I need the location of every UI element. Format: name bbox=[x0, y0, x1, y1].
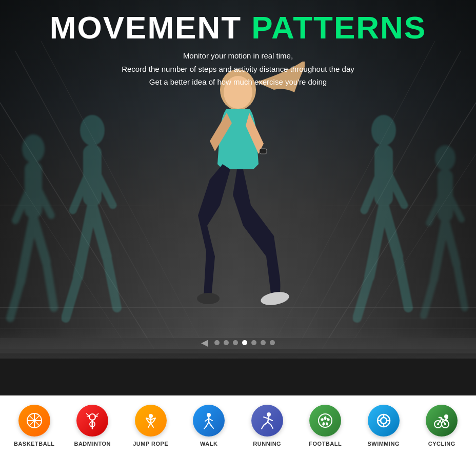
svg-line-47 bbox=[457, 264, 465, 308]
svg-line-70 bbox=[204, 426, 206, 429]
svg-point-34 bbox=[371, 115, 396, 146]
activity-badminton[interactable]: BADMINTON bbox=[69, 405, 115, 447]
cycling-svg bbox=[433, 412, 450, 429]
svg-line-69 bbox=[206, 422, 209, 426]
svg-line-76 bbox=[268, 419, 272, 421]
swimming-svg bbox=[375, 412, 392, 429]
pagination-dot-4-active[interactable] bbox=[242, 340, 247, 345]
runner-figure-area bbox=[0, 46, 476, 354]
pagination-dot-5[interactable] bbox=[251, 340, 256, 345]
subtitle-line-3: Get a better idea of how much exercise y… bbox=[0, 75, 476, 89]
svg-point-104 bbox=[444, 414, 448, 419]
basketball-svg bbox=[26, 412, 43, 429]
ghost-runner-right bbox=[353, 108, 414, 323]
subtitle-line-1: Monitor your motion in real time, bbox=[0, 49, 476, 63]
svg-line-75 bbox=[264, 417, 268, 419]
cycling-label: CYCLING bbox=[428, 441, 455, 447]
badminton-label: BADMINTON bbox=[74, 441, 111, 447]
cycling-icon-circle bbox=[426, 405, 458, 437]
running-label: RUNNING bbox=[253, 441, 281, 447]
svg-line-18 bbox=[46, 262, 54, 308]
running-icon-circle bbox=[251, 405, 283, 437]
pagination-dot-7[interactable] bbox=[270, 340, 275, 345]
svg-line-37 bbox=[384, 205, 398, 256]
basketball-label: BASKETBALL bbox=[14, 441, 55, 447]
svg-point-31 bbox=[260, 290, 290, 307]
svg-point-21 bbox=[80, 115, 105, 146]
running-svg bbox=[259, 412, 276, 429]
title-section: MOVEMENT PATTERNS Monitor your motion in… bbox=[0, 10, 476, 89]
svg-marker-83 bbox=[321, 418, 324, 421]
badminton-icon-circle bbox=[76, 405, 108, 437]
svg-marker-84 bbox=[327, 418, 330, 421]
svg-line-24 bbox=[92, 205, 107, 256]
svg-line-64 bbox=[151, 423, 153, 427]
activity-basketball[interactable]: BASKETBALL bbox=[11, 405, 57, 447]
svg-line-26 bbox=[107, 256, 117, 308]
pagination-dot-1[interactable] bbox=[214, 340, 220, 345]
activity-running[interactable]: RUNNING bbox=[244, 405, 290, 447]
svg-point-81 bbox=[319, 414, 332, 427]
pagination-dot-2[interactable] bbox=[224, 340, 229, 345]
svg-line-78 bbox=[262, 425, 264, 429]
walk-label: WALK bbox=[200, 441, 217, 447]
activity-football[interactable]: FOOTBALL bbox=[302, 405, 348, 447]
football-icon-circle bbox=[309, 405, 341, 437]
svg-line-39 bbox=[398, 256, 408, 308]
pagination-arrow-left[interactable]: ◀ bbox=[201, 337, 208, 348]
jumprope-svg bbox=[142, 412, 160, 429]
subtitle: Monitor your motion in real time, Record… bbox=[0, 49, 476, 89]
title-patterns: PATTERNS bbox=[251, 10, 426, 45]
svg-line-63 bbox=[148, 423, 151, 427]
badminton-svg bbox=[84, 412, 101, 429]
swimming-label: SWIMMING bbox=[367, 441, 400, 447]
svg-line-46 bbox=[424, 280, 434, 315]
page-wrapper: MOVEMENT PATTERNS Monitor your motion in… bbox=[0, 0, 476, 456]
basketball-icon-circle bbox=[18, 405, 50, 437]
svg-line-79 bbox=[268, 422, 271, 425]
football-svg bbox=[316, 412, 334, 429]
svg-line-77 bbox=[264, 422, 268, 425]
svg-point-42 bbox=[435, 145, 455, 171]
walk-icon-circle bbox=[193, 405, 225, 437]
svg-line-53 bbox=[86, 413, 89, 416]
svg-marker-82 bbox=[324, 416, 327, 420]
activities-bar: BASKETBALL BADMINTON bbox=[0, 395, 476, 456]
pagination-dot-3[interactable] bbox=[233, 340, 238, 345]
svg-point-13 bbox=[22, 134, 45, 163]
main-runner-svg bbox=[171, 62, 305, 328]
svg-line-80 bbox=[271, 425, 273, 428]
svg-point-88 bbox=[381, 418, 387, 424]
activity-walk[interactable]: WALK bbox=[186, 405, 232, 447]
pagination: ◀ bbox=[201, 337, 275, 348]
football-label: FOOTBALL bbox=[309, 441, 342, 447]
jumprope-icon-circle bbox=[135, 405, 167, 437]
svg-marker-85 bbox=[322, 422, 325, 426]
svg-line-38 bbox=[357, 277, 369, 318]
ghost-runner-left bbox=[62, 108, 123, 323]
swimming-icon-circle bbox=[368, 405, 400, 437]
svg-line-16 bbox=[33, 218, 46, 262]
svg-point-32 bbox=[197, 293, 220, 304]
svg-line-72 bbox=[211, 426, 213, 428]
main-title: MOVEMENT PATTERNS bbox=[0, 10, 476, 45]
svg-line-74 bbox=[268, 417, 269, 422]
ghost-runner-far-left bbox=[5, 128, 62, 323]
activity-swimming[interactable]: SWIMMING bbox=[361, 405, 407, 447]
pagination-dot-6[interactable] bbox=[261, 340, 266, 345]
activity-cycling[interactable]: CYCLING bbox=[419, 405, 465, 447]
svg-line-25 bbox=[66, 277, 78, 318]
jumprope-label: JUMP ROPE bbox=[133, 441, 168, 447]
subtitle-line-2: Record the number of steps and activity … bbox=[0, 63, 476, 76]
ghost-runner-far-right bbox=[420, 138, 471, 323]
svg-line-71 bbox=[209, 422, 211, 426]
svg-line-17 bbox=[10, 282, 21, 318]
walk-svg bbox=[200, 412, 217, 429]
svg-rect-33 bbox=[260, 149, 267, 154]
svg-marker-86 bbox=[326, 422, 328, 426]
svg-line-45 bbox=[445, 221, 457, 264]
title-movement: MOVEMENT bbox=[50, 10, 251, 45]
activity-jumprope[interactable]: JUMP ROPE bbox=[128, 405, 174, 447]
svg-line-54 bbox=[95, 413, 98, 416]
